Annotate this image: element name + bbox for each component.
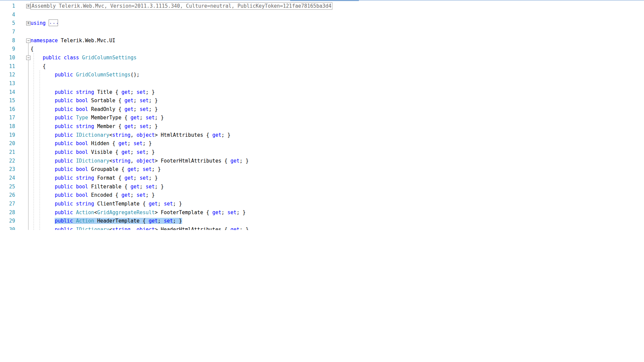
code-line[interactable]: 12 public GridColumnSettings(); — [0, 71, 644, 79]
code-token: ; — [140, 115, 146, 121]
collapsed-region-box[interactable]: Assembly Telerik.Web.Mvc, Version=2011.3… — [31, 2, 332, 10]
line-number[interactable]: 27 — [0, 200, 15, 208]
code-token — [79, 55, 82, 61]
code-token: object — [137, 227, 155, 230]
line-number[interactable]: 11 — [0, 62, 15, 71]
code-token: get — [230, 158, 239, 164]
line-number[interactable]: 14 — [0, 88, 15, 97]
code-line[interactable]: 22 public IDictionary<string, object> Fo… — [0, 157, 644, 166]
code-line[interactable]: 28 public Action<GridAggregateResult> Fo… — [0, 208, 644, 217]
code-token: set — [146, 115, 155, 121]
line-number[interactable]: 16 — [0, 105, 15, 114]
code-token: get — [127, 166, 137, 172]
code-text: public bool Hidden { get; set; } — [31, 139, 152, 148]
code-line[interactable]: 29 public Action HeaderTemplate { get; s… — [0, 217, 644, 226]
code-line[interactable]: 30 public IDictionary<string, object> He… — [0, 226, 644, 230]
line-number[interactable]: 23 — [0, 165, 15, 174]
line-number[interactable]: 13 — [0, 79, 15, 88]
code-line[interactable]: 19 public IDictionary<string, object> Ht… — [0, 131, 644, 140]
code-line[interactable]: 5+using... — [0, 19, 644, 28]
code-line[interactable]: 8−namespace Telerik.Web.Mvc.UI — [0, 37, 644, 45]
code-token: get — [121, 89, 130, 95]
line-number[interactable]: 22 — [0, 157, 15, 166]
line-number[interactable]: 12 — [0, 71, 15, 79]
code-token: string — [112, 132, 130, 138]
code-token: > FooterHtmlAttributes { — [155, 158, 230, 164]
line-number[interactable]: 25 — [0, 183, 15, 191]
code-text: public bool ReadOnly { get; set; } — [31, 105, 158, 114]
code-line[interactable]: 23 public bool Groupable { get; set; } — [0, 165, 644, 174]
code-line[interactable]: 11 { — [0, 62, 644, 71]
code-line[interactable]: 25 public bool Filterable { get; set; } — [0, 183, 644, 191]
code-token: ; — [221, 209, 227, 216]
code-token: , — [130, 132, 137, 138]
code-token: Groupable { — [88, 166, 127, 172]
line-number[interactable]: 5 — [0, 19, 15, 28]
code-token: Telerik.Web.Mvc.UI — [58, 38, 115, 44]
code-line[interactable]: 18 public string Member { get; set; } — [0, 122, 644, 131]
line-number[interactable]: 19 — [0, 131, 15, 140]
code-line[interactable]: 10− public class GridColumnSettings — [0, 54, 644, 62]
code-line[interactable]: 24 public string Format { get; set; } — [0, 174, 644, 183]
line-number[interactable]: 18 — [0, 122, 15, 131]
line-number[interactable]: 1 — [0, 2, 15, 11]
code-token: ; — [133, 98, 140, 104]
code-text: public string ClientTemplate { get; set;… — [31, 200, 182, 208]
code-line[interactable]: 7 — [0, 28, 644, 37]
line-number[interactable]: 28 — [0, 208, 15, 217]
collapsed-usings-box[interactable]: ... — [49, 19, 58, 26]
code-line[interactable]: 4 — [0, 11, 644, 19]
line-number[interactable]: 7 — [0, 28, 15, 37]
code-line[interactable]: 17 public Type MemberType { get; set; } — [0, 114, 644, 122]
collapse-region-icon[interactable]: − — [26, 56, 31, 60]
code-line[interactable]: 13 — [0, 79, 644, 88]
code-line[interactable]: 21 public bool Visible { get; set; } — [0, 148, 644, 157]
code-token: ; } — [149, 98, 158, 104]
code-line[interactable]: 15 public bool Sortable { get; set; } — [0, 97, 644, 105]
line-number[interactable]: 30 — [0, 226, 15, 230]
code-token: ; — [130, 149, 137, 155]
line-number[interactable]: 9 — [0, 45, 15, 54]
line-number[interactable]: 10 — [0, 54, 15, 62]
code-token: ; — [133, 123, 140, 129]
line-number[interactable]: 20 — [0, 139, 15, 148]
code-token: public bool — [55, 149, 88, 155]
code-line[interactable]: 26 public bool Encoded { get; set; } — [0, 191, 644, 200]
line-number[interactable]: 26 — [0, 191, 15, 200]
code-token: set — [146, 184, 155, 190]
code-token: public — [55, 158, 76, 164]
line-number[interactable]: 4 — [0, 11, 15, 19]
code-token: ; — [133, 106, 140, 112]
line-number[interactable]: 29 — [0, 217, 15, 226]
code-line[interactable]: 9{ — [0, 45, 644, 54]
code-line[interactable]: 27 public string ClientTemplate { get; s… — [0, 200, 644, 208]
code-text: public IDictionary<string, object> Heade… — [31, 226, 249, 230]
line-number[interactable]: 24 — [0, 174, 15, 183]
code-token: { — [43, 63, 46, 69]
code-token: get — [118, 140, 127, 146]
code-area[interactable]: 1+Assembly Telerik.Web.Mvc, Version=2011… — [0, 1, 644, 230]
collapse-region-icon[interactable]: − — [26, 39, 31, 43]
code-token: , — [130, 227, 137, 230]
code-line[interactable]: 1+Assembly Telerik.Web.Mvc, Version=2011… — [0, 2, 644, 11]
code-token: ; } — [239, 158, 249, 164]
code-line[interactable]: 20 public bool Hidden { get; set; } — [0, 139, 644, 148]
code-token: ClientTemplate { — [94, 201, 149, 207]
code-token: IDictionary — [76, 158, 109, 164]
expand-region-icon[interactable]: + — [26, 4, 31, 8]
line-number[interactable]: 17 — [0, 114, 15, 122]
line-number[interactable]: 21 — [0, 148, 15, 157]
code-line[interactable]: 14 public string Title { get; set; } — [0, 88, 644, 97]
code-line[interactable]: 16 public bool ReadOnly { get; set; } — [0, 105, 644, 114]
code-token: public bool — [55, 106, 88, 112]
code-token: ; } — [173, 218, 182, 224]
line-number[interactable]: 8 — [0, 37, 15, 45]
code-text: public Type MemberType { get; set; } — [31, 114, 164, 122]
code-token: get — [130, 115, 140, 121]
code-token: ; } — [149, 175, 158, 181]
expand-region-icon[interactable]: + — [26, 21, 31, 25]
code-token: ; — [137, 166, 143, 172]
code-token: ; } — [236, 209, 246, 216]
code-token: (); — [130, 72, 140, 78]
line-number[interactable]: 15 — [0, 97, 15, 105]
